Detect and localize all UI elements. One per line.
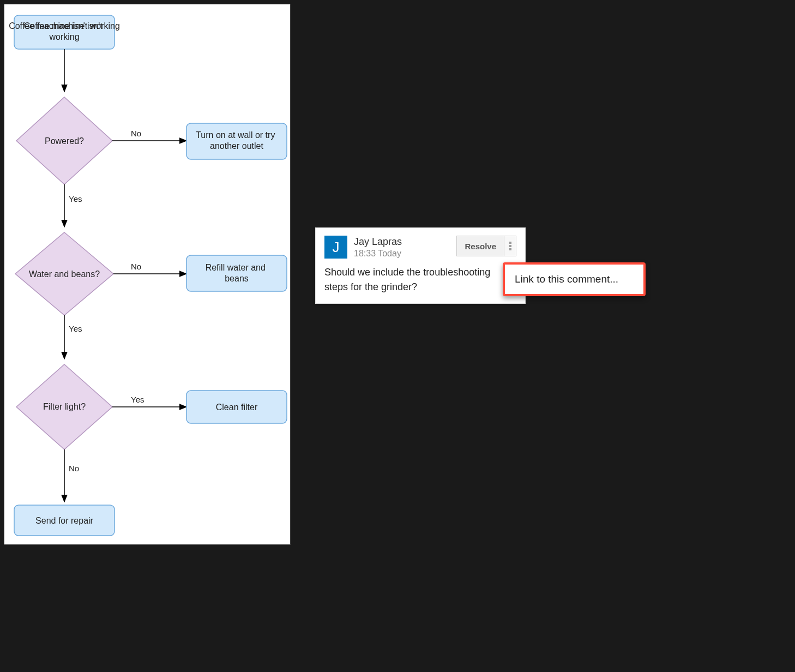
svg-text:Clean filter: Clean filter <box>216 403 258 412</box>
comment-header: J Jay Lapras 18:33 Today Resolve <box>324 236 516 260</box>
comment-meta: Jay Lapras 18:33 Today <box>354 236 456 260</box>
comment-body: Should we include the troubleshooting st… <box>324 265 516 295</box>
svg-text:Filter light?: Filter light? <box>43 402 86 411</box>
svg-text:Send for repair: Send for repair <box>35 516 94 525</box>
flowchart-action-clean[interactable]: Clean filter <box>186 391 287 423</box>
flowchart-action-turn-on[interactable]: Turn on at wall or try another outlet <box>186 123 287 159</box>
svg-rect-15 <box>509 248 511 250</box>
menu-item-link-to-comment[interactable]: Link to this comment... <box>505 265 643 294</box>
svg-rect-13 <box>509 242 511 244</box>
flowchart-edge-label: No <box>69 464 79 473</box>
kebab-icon <box>509 241 512 251</box>
avatar-initial: J <box>333 239 340 256</box>
flowchart-panel[interactable]: Coffee machine isn't working Coffee mach… <box>4 4 290 544</box>
resolve-button[interactable]: Resolve <box>456 236 504 256</box>
flowchart-decision-water-beans[interactable]: Water and beans? <box>15 232 113 315</box>
comment-actions: Resolve <box>456 236 516 256</box>
comment-card[interactable]: J Jay Lapras 18:33 Today Resolve Should … <box>315 227 526 304</box>
flowchart-decision-filter-light[interactable]: Filter light? <box>16 364 112 449</box>
svg-rect-14 <box>509 245 511 247</box>
comment-time: 18:33 Today <box>354 248 456 260</box>
svg-text:Powered?: Powered? <box>45 136 84 146</box>
avatar: J <box>324 236 347 259</box>
flowchart-action-repair[interactable]: Send for repair <box>14 505 115 536</box>
comment-context-menu[interactable]: Link to this comment... <box>503 262 646 296</box>
svg-text:Water and beans?: Water and beans? <box>29 269 100 279</box>
flowchart-edge-label: Yes <box>69 324 82 333</box>
comment-author: Jay Lapras <box>354 236 456 248</box>
flowchart-edge-label: No <box>131 262 141 271</box>
flowchart-action-refill[interactable]: Refill water and beans <box>186 255 287 291</box>
svg-rect-6 <box>186 255 287 291</box>
flowchart-decision-powered[interactable]: Powered? <box>16 97 112 184</box>
flowchart-svg: Coffee machine isn't working Coffee mach… <box>4 4 290 544</box>
flowchart-start-node[interactable]: Coffee machine isn't working Coffee mach… <box>9 15 120 49</box>
flowchart-edge-label: Yes <box>131 395 144 404</box>
flowchart-edge-label: No <box>131 129 141 138</box>
comment-menu-button[interactable] <box>504 236 516 256</box>
flowchart-edge-label: Yes <box>69 194 82 203</box>
